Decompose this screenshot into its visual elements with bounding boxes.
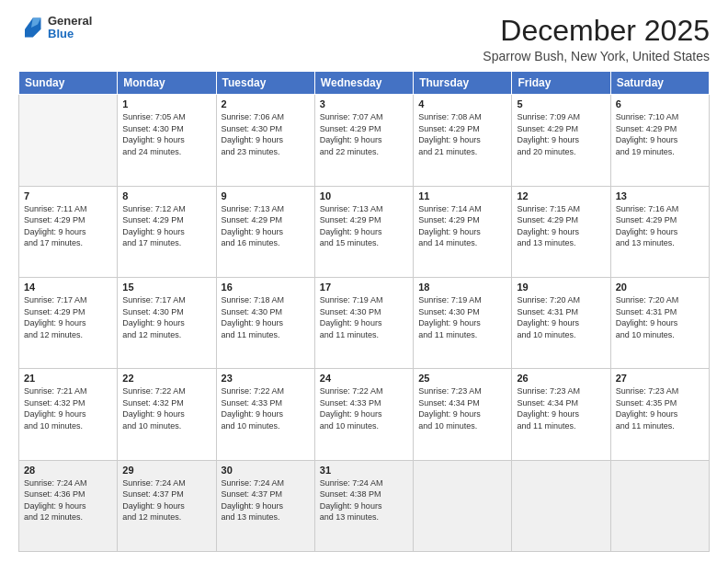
table-row: 16Sunrise: 7:18 AMSunset: 4:30 PMDayligh… (216, 277, 314, 368)
day-number: 8 (122, 190, 210, 201)
day-number: 21 (24, 373, 112, 384)
logo: General Blue (18, 15, 92, 41)
day-info: Sunrise: 7:22 AMSunset: 4:33 PMDaylight:… (320, 385, 408, 431)
day-number: 18 (418, 282, 506, 293)
day-info: Sunrise: 7:19 AMSunset: 4:30 PMDaylight:… (320, 294, 408, 340)
day-info: Sunrise: 7:21 AMSunset: 4:32 PMDaylight:… (24, 385, 112, 431)
day-number: 3 (320, 98, 408, 109)
table-row: 18Sunrise: 7:19 AMSunset: 4:30 PMDayligh… (414, 277, 512, 368)
table-row: 14Sunrise: 7:17 AMSunset: 4:29 PMDayligh… (19, 277, 118, 368)
page: General Blue December 2025 Sparrow Bush,… (0, 0, 728, 563)
day-number: 23 (222, 373, 310, 384)
table-row: 27Sunrise: 7:23 AMSunset: 4:35 PMDayligh… (610, 369, 709, 460)
table-row: 26Sunrise: 7:23 AMSunset: 4:34 PMDayligh… (512, 369, 610, 460)
header: General Blue December 2025 Sparrow Bush,… (18, 15, 710, 63)
day-info: Sunrise: 7:22 AMSunset: 4:32 PMDaylight:… (122, 385, 210, 431)
calendar-week-row: 1Sunrise: 7:05 AMSunset: 4:30 PMDaylight… (19, 95, 710, 186)
table-row: 6Sunrise: 7:10 AMSunset: 4:29 PMDaylight… (610, 95, 709, 186)
day-info: Sunrise: 7:05 AMSunset: 4:30 PMDaylight:… (122, 111, 210, 157)
day-number: 17 (320, 282, 408, 293)
day-number: 7 (24, 190, 112, 201)
day-number: 14 (24, 282, 112, 293)
day-info: Sunrise: 7:24 AMSunset: 4:38 PMDaylight:… (320, 477, 408, 523)
table-row: 29Sunrise: 7:24 AMSunset: 4:37 PMDayligh… (118, 460, 216, 551)
day-info: Sunrise: 7:10 AMSunset: 4:29 PMDaylight:… (616, 111, 704, 157)
table-row: 30Sunrise: 7:24 AMSunset: 4:37 PMDayligh… (216, 460, 314, 551)
day-info: Sunrise: 7:16 AMSunset: 4:29 PMDaylight:… (616, 203, 704, 249)
table-row: 22Sunrise: 7:22 AMSunset: 4:32 PMDayligh… (118, 369, 216, 460)
day-number: 20 (616, 282, 704, 293)
table-row: 8Sunrise: 7:12 AMSunset: 4:29 PMDaylight… (118, 186, 216, 277)
table-row: 23Sunrise: 7:22 AMSunset: 4:33 PMDayligh… (216, 369, 314, 460)
day-info: Sunrise: 7:13 AMSunset: 4:29 PMDaylight:… (320, 203, 408, 249)
day-info: Sunrise: 7:23 AMSunset: 4:35 PMDaylight:… (616, 385, 704, 431)
day-info: Sunrise: 7:23 AMSunset: 4:34 PMDaylight:… (517, 385, 605, 431)
day-info: Sunrise: 7:18 AMSunset: 4:30 PMDaylight:… (222, 294, 310, 340)
day-info: Sunrise: 7:07 AMSunset: 4:29 PMDaylight:… (320, 111, 408, 157)
day-info: Sunrise: 7:17 AMSunset: 4:29 PMDaylight:… (24, 294, 112, 340)
col-thursday: Thursday (414, 72, 512, 95)
table-row: 4Sunrise: 7:08 AMSunset: 4:29 PMDaylight… (414, 95, 512, 186)
table-row (414, 460, 512, 551)
calendar-header: Sunday Monday Tuesday Wednesday Thursday… (19, 72, 710, 95)
day-info: Sunrise: 7:09 AMSunset: 4:29 PMDaylight:… (517, 111, 605, 157)
table-row: 7Sunrise: 7:11 AMSunset: 4:29 PMDaylight… (19, 186, 118, 277)
table-row: 5Sunrise: 7:09 AMSunset: 4:29 PMDaylight… (512, 95, 610, 186)
table-row: 25Sunrise: 7:23 AMSunset: 4:34 PMDayligh… (414, 369, 512, 460)
day-number: 28 (24, 465, 112, 476)
page-subtitle: Sparrow Bush, New York, United States (483, 49, 710, 63)
day-number: 5 (517, 98, 605, 109)
day-info: Sunrise: 7:06 AMSunset: 4:30 PMDaylight:… (222, 111, 310, 157)
day-info: Sunrise: 7:24 AMSunset: 4:37 PMDaylight:… (222, 477, 310, 523)
table-row: 31Sunrise: 7:24 AMSunset: 4:38 PMDayligh… (314, 460, 413, 551)
day-number: 4 (418, 98, 506, 109)
col-saturday: Saturday (610, 72, 709, 95)
day-number: 19 (517, 282, 605, 293)
day-number: 16 (222, 282, 310, 293)
day-info: Sunrise: 7:20 AMSunset: 4:31 PMDaylight:… (616, 294, 704, 340)
day-info: Sunrise: 7:24 AMSunset: 4:36 PMDaylight:… (24, 477, 112, 523)
day-number: 9 (222, 190, 310, 201)
table-row: 20Sunrise: 7:20 AMSunset: 4:31 PMDayligh… (610, 277, 709, 368)
generalblue-icon (18, 15, 44, 40)
table-row: 11Sunrise: 7:14 AMSunset: 4:29 PMDayligh… (414, 186, 512, 277)
day-number: 10 (320, 190, 408, 201)
day-info: Sunrise: 7:11 AMSunset: 4:29 PMDaylight:… (24, 203, 112, 249)
day-info: Sunrise: 7:20 AMSunset: 4:31 PMDaylight:… (517, 294, 605, 340)
day-info: Sunrise: 7:15 AMSunset: 4:29 PMDaylight:… (517, 203, 605, 249)
day-info: Sunrise: 7:22 AMSunset: 4:33 PMDaylight:… (222, 385, 310, 431)
day-info: Sunrise: 7:24 AMSunset: 4:37 PMDaylight:… (122, 477, 210, 523)
day-number: 26 (517, 373, 605, 384)
table-row: 21Sunrise: 7:21 AMSunset: 4:32 PMDayligh… (19, 369, 118, 460)
day-number: 30 (222, 465, 310, 476)
table-row: 3Sunrise: 7:07 AMSunset: 4:29 PMDaylight… (314, 95, 413, 186)
day-number: 12 (517, 190, 605, 201)
table-row: 15Sunrise: 7:17 AMSunset: 4:30 PMDayligh… (118, 277, 216, 368)
table-row: 28Sunrise: 7:24 AMSunset: 4:36 PMDayligh… (19, 460, 118, 551)
day-info: Sunrise: 7:12 AMSunset: 4:29 PMDaylight:… (122, 203, 210, 249)
col-tuesday: Tuesday (216, 72, 314, 95)
logo-text: General Blue (48, 15, 92, 41)
table-row (19, 95, 118, 186)
day-number: 2 (222, 98, 310, 109)
calendar-body: 1Sunrise: 7:05 AMSunset: 4:30 PMDaylight… (19, 95, 710, 552)
title-block: December 2025 Sparrow Bush, New York, Un… (483, 15, 710, 63)
table-row (610, 460, 709, 551)
day-info: Sunrise: 7:23 AMSunset: 4:34 PMDaylight:… (418, 385, 506, 431)
calendar-header-row: Sunday Monday Tuesday Wednesday Thursday… (19, 72, 710, 95)
col-wednesday: Wednesday (314, 72, 413, 95)
day-number: 6 (616, 98, 704, 109)
page-title: December 2025 (483, 15, 710, 47)
day-number: 13 (616, 190, 704, 201)
table-row: 9Sunrise: 7:13 AMSunset: 4:29 PMDaylight… (216, 186, 314, 277)
day-number: 24 (320, 373, 408, 384)
col-sunday: Sunday (19, 72, 118, 95)
day-number: 25 (418, 373, 506, 384)
table-row: 2Sunrise: 7:06 AMSunset: 4:30 PMDaylight… (216, 95, 314, 186)
day-info: Sunrise: 7:13 AMSunset: 4:29 PMDaylight:… (222, 203, 310, 249)
table-row: 10Sunrise: 7:13 AMSunset: 4:29 PMDayligh… (314, 186, 413, 277)
calendar-table: Sunday Monday Tuesday Wednesday Thursday… (18, 71, 710, 552)
table-row: 17Sunrise: 7:19 AMSunset: 4:30 PMDayligh… (314, 277, 413, 368)
day-number: 29 (122, 465, 210, 476)
day-info: Sunrise: 7:19 AMSunset: 4:30 PMDaylight:… (418, 294, 506, 340)
